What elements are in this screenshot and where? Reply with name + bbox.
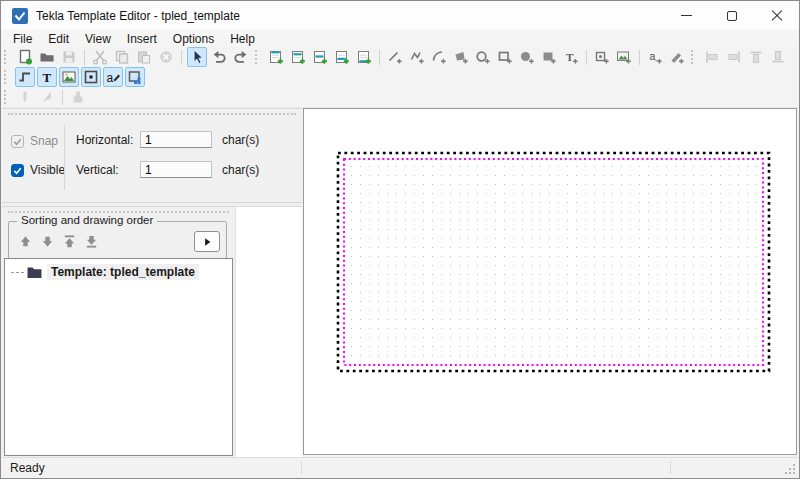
resize-grip[interactable] — [784, 463, 796, 475]
menu-help[interactable]: Help — [222, 31, 263, 47]
grid-settings-panel: Snap Visible Horizontal: char(s) Vertica… — [2, 108, 302, 203]
panel-gripper[interactable] — [8, 113, 296, 115]
draw-filled-circle-button[interactable] — [517, 47, 537, 67]
add-text-button[interactable]: T — [561, 47, 581, 67]
add-image-button[interactable] — [614, 47, 634, 67]
symbol-object-toggle[interactable] — [81, 67, 101, 87]
svg-text:a: a — [650, 50, 656, 62]
align-left-button[interactable] — [702, 47, 722, 67]
maximize-button[interactable] — [709, 1, 754, 30]
align-top-icon — [748, 49, 764, 65]
cut-button[interactable] — [90, 47, 110, 67]
symbol-tool-icon — [83, 69, 99, 85]
close-button[interactable] — [754, 1, 799, 30]
image-object-toggle[interactable] — [59, 67, 79, 87]
save-button[interactable] — [59, 47, 79, 67]
align-toolbar — [688, 47, 789, 67]
paste-button[interactable] — [134, 47, 154, 67]
sorting-buttons — [9, 222, 226, 252]
toolbar-row-2: Ta — [1, 67, 799, 88]
align-bottom-button[interactable] — [768, 47, 788, 67]
horizontal-unit: char(s) — [222, 133, 259, 147]
pen-icon — [17, 89, 33, 105]
row-inner-border[interactable] — [344, 159, 763, 365]
align-right-button[interactable] — [724, 47, 744, 67]
extra-toolbar — [1, 87, 89, 107]
menu-insert[interactable]: Insert — [119, 31, 165, 47]
draw-filled-rectangle-button[interactable] — [539, 47, 559, 67]
toolbar-gripper[interactable] — [4, 90, 9, 104]
move-to-bottom-button[interactable] — [83, 234, 99, 250]
value-field-tool-icon: a — [105, 69, 121, 85]
move-down-button[interactable] — [39, 234, 55, 250]
value-field-object-toggle[interactable]: a — [103, 67, 123, 87]
add-page-header-button[interactable] — [288, 47, 308, 67]
toolbar-separator — [84, 50, 85, 65]
delete-button[interactable] — [156, 47, 176, 67]
new-button[interactable] — [15, 47, 35, 67]
toolbar-gripper[interactable] — [4, 50, 9, 64]
add-page-footer-button[interactable] — [332, 47, 352, 67]
toolbar-gripper[interactable] — [4, 70, 9, 84]
add-row-button[interactable] — [310, 47, 330, 67]
draw-line-button[interactable] — [385, 47, 405, 67]
image-tool-icon — [61, 69, 77, 85]
status-bar: Ready — [2, 457, 798, 477]
snap-checkbox[interactable] — [11, 135, 24, 148]
draw-rectangle-button[interactable] — [495, 47, 515, 67]
draw-polyline-button[interactable] — [407, 47, 427, 67]
vertical-input[interactable] — [140, 161, 212, 178]
horizontal-input[interactable] — [140, 131, 212, 148]
left-panel-column: Snap Visible Horizontal: char(s) Vertica… — [2, 108, 302, 457]
move-up-button[interactable] — [17, 234, 33, 250]
tree-item-template[interactable]: Template: tpled_template — [5, 259, 232, 280]
delete-icon — [158, 49, 174, 65]
template-canvas[interactable] — [303, 108, 797, 455]
undo-button[interactable] — [209, 47, 229, 67]
copy-button[interactable] — [112, 47, 132, 67]
marker-button[interactable] — [68, 87, 88, 107]
embedded-tool-icon — [127, 69, 143, 85]
menu-file[interactable]: File — [5, 31, 40, 47]
add-header-button[interactable] — [266, 47, 286, 67]
visible-checkbox-row: Visible — [11, 163, 65, 177]
toolbar-gripper[interactable] — [691, 50, 696, 64]
line-object-toggle[interactable] — [15, 67, 35, 87]
pen-button[interactable] — [15, 87, 35, 107]
open-button[interactable] — [37, 47, 57, 67]
text-object-toggle[interactable]: T — [37, 67, 57, 87]
free-draw-button[interactable] — [667, 47, 687, 67]
minimize-button[interactable] — [664, 1, 709, 30]
angle-button[interactable] — [37, 87, 57, 107]
menu-edit[interactable]: Edit — [40, 31, 77, 47]
menu-options[interactable]: Options — [165, 31, 222, 47]
minimize-icon — [681, 15, 692, 16]
toolbar-gripper[interactable] — [255, 50, 260, 64]
redo-button[interactable] — [231, 47, 251, 67]
add-footer-button[interactable] — [354, 47, 374, 67]
add-symbol-button[interactable] — [592, 47, 612, 67]
move-to-top-button[interactable] — [61, 234, 77, 250]
add-footer-icon — [356, 49, 372, 65]
embedded-object-toggle[interactable] — [125, 67, 145, 87]
draw-arc-button[interactable] — [429, 47, 449, 67]
add-page-footer-icon — [334, 49, 350, 65]
draw-polygon-button[interactable] — [451, 47, 471, 67]
polyline-icon — [409, 49, 425, 65]
vertical-field-row: Vertical: char(s) — [76, 161, 259, 178]
add-value-field-button[interactable]: a — [645, 47, 665, 67]
visible-checkbox[interactable] — [11, 164, 24, 177]
menu-view[interactable]: View — [77, 31, 119, 47]
panel-gripper[interactable] — [8, 211, 229, 213]
sorting-groupbox: Sorting and drawing order — [8, 221, 227, 259]
expand-button[interactable] — [194, 231, 220, 252]
cut-icon — [92, 49, 108, 65]
align-top-button[interactable] — [746, 47, 766, 67]
template-outer-border[interactable] — [338, 153, 769, 371]
align-right-icon — [726, 49, 742, 65]
draw-circle-button[interactable] — [473, 47, 493, 67]
toolbar-separator — [586, 50, 587, 65]
select-tool-button[interactable] — [187, 47, 207, 67]
template-tree[interactable]: Template: tpled_template — [4, 258, 233, 456]
circle-icon — [475, 49, 491, 65]
